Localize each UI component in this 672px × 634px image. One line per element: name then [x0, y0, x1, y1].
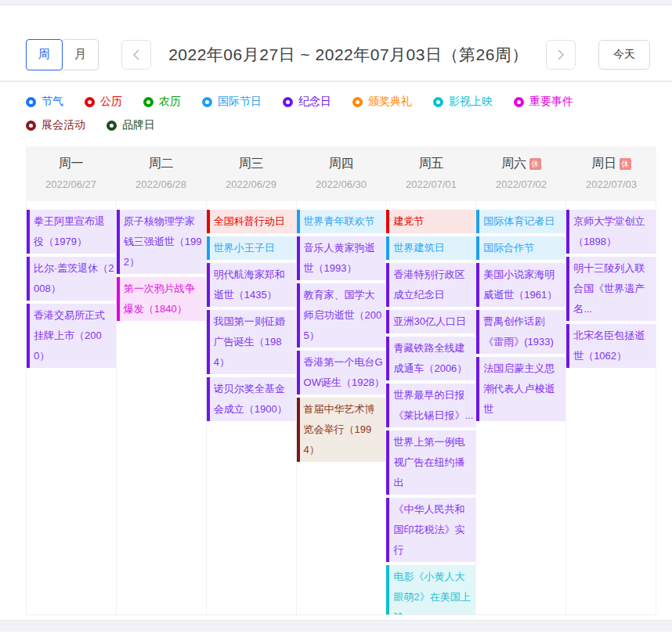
category-ring-icon — [107, 121, 117, 131]
calendar-event: 世界小王子日 — [207, 236, 296, 260]
page-bottom-strip — [0, 620, 672, 632]
calendar-event: 首届中华艺术博览会举行（1994） — [297, 398, 386, 462]
month-view-button[interactable]: 月 — [62, 39, 99, 70]
day-column: 世界青年联欢节 音乐人黄家驹逝世（1993） 教育家、国学大师启功逝世（2005… — [297, 201, 387, 614]
day-date-label: 2022/06/28 — [116, 178, 206, 190]
weekday-header-row: 周一 休 2022/06/27 周二 休 2022/06/28 周三 休 202… — [26, 146, 656, 201]
calendar-event: 比尔·盖茨退休（2008） — [27, 257, 116, 301]
calendar-event: 世界上第一例电视广告在纽约播出 — [386, 430, 475, 495]
day-column: 建党节 世界建筑日 香港特别行政区成立纪念日 亚洲30亿人口日 青藏铁路全线建成… — [386, 201, 476, 614]
day-name-label: 周四 — [329, 156, 354, 172]
legend-item-label: 展会活动 — [42, 118, 85, 132]
prev-week-button[interactable] — [121, 40, 151, 70]
legend-item-label: 品牌日 — [122, 118, 155, 132]
calendar-event: 京师大学堂创立（1898） — [566, 210, 656, 254]
calendar-event: 我国第一则征婚广告诞生（1984） — [207, 310, 296, 374]
day-date-label: 2022/07/02 — [476, 178, 566, 190]
calendar-toolbar: 周 月 2022年06月27日 ~ 2022年07月03日（第26周） 今天 — [0, 5, 672, 81]
page-top-strip — [0, 0, 672, 5]
day-header: 周六 休 2022/07/02 — [476, 146, 566, 201]
category-legend: 节气 公历 农历 国际节日 纪念日 颁奖典礼 影视上映 重要事件 展会活动 品牌… — [0, 82, 672, 132]
calendar-event: 明代航海家郑和逝世（1435） — [207, 263, 296, 307]
today-button[interactable]: 今天 — [598, 40, 650, 70]
calendar-event: 国际合作节 — [476, 236, 565, 260]
calendar-event: 世界青年联欢节 — [297, 210, 386, 233]
week-calendar-grid: 周一 休 2022/06/27 周二 休 2022/06/28 周三 休 202… — [26, 146, 656, 615]
day-date-label: 2022/07/03 — [566, 178, 656, 190]
legend-item-label: 农历 — [159, 95, 181, 109]
legend-item[interactable]: 颁奖典礼 — [352, 95, 412, 109]
calendar-event: 明十三陵列入联合国《世界遗产名... — [566, 257, 656, 321]
calendar-event: 香港交易所正式挂牌上市（2000） — [27, 304, 116, 368]
day-header: 周日 休 2022/07/03 — [566, 146, 656, 201]
chevron-right-icon — [556, 49, 565, 61]
category-ring-icon — [26, 97, 36, 107]
calendar-event: 世界建筑日 — [386, 236, 475, 260]
date-range-title: 2022年06月27日 ~ 2022年07月03日（第26周） — [168, 44, 529, 66]
week-view-button[interactable]: 周 — [26, 39, 63, 70]
category-ring-icon — [143, 97, 154, 107]
legend-item-label: 公历 — [100, 95, 122, 109]
legend-item-label: 国际节日 — [218, 95, 262, 109]
day-date-label: 2022/06/27 — [26, 178, 116, 190]
day-header: 周四 休 2022/06/30 — [296, 146, 386, 201]
day-header: 周五 休 2022/07/01 — [386, 146, 476, 201]
legend-item[interactable]: 展会活动 — [26, 118, 85, 132]
day-header: 周二 休 2022/06/28 — [116, 146, 206, 201]
rest-day-badge: 休 — [529, 158, 541, 170]
day-name-label: 周日 — [591, 156, 616, 172]
chevron-left-icon — [132, 49, 141, 61]
calendar-event: 美国小说家海明威逝世（1961） — [476, 263, 565, 307]
calendar-event: 亚洲30亿人口日 — [386, 310, 475, 333]
legend-item[interactable]: 品牌日 — [107, 118, 155, 132]
legend-item[interactable]: 重要事件 — [514, 95, 573, 109]
legend-item[interactable]: 节气 — [26, 95, 63, 109]
calendar-event: 国际体育记者日 — [476, 210, 565, 233]
calendar-event: 世界最早的日报《莱比锡日报》... — [386, 384, 475, 427]
category-ring-icon — [283, 97, 293, 107]
legend-item-label: 纪念日 — [298, 95, 331, 109]
rest-day-badge: 休 — [620, 158, 631, 170]
legend-item-label: 影视上映 — [449, 95, 493, 109]
day-date-label: 2022/06/30 — [296, 178, 386, 190]
category-ring-icon — [514, 97, 524, 107]
category-ring-icon — [85, 97, 95, 107]
calendar-event: 曹禺创作话剧《雷雨》(1933) — [476, 310, 565, 354]
week-events-area: 拳王阿里宣布退役（1979） 比尔·盖茨退休（2008） 香港交易所正式挂牌上市… — [26, 201, 656, 614]
calendar-event: 第一次鸦片战争爆发（1840） — [117, 277, 206, 321]
legend-item[interactable]: 公历 — [85, 95, 122, 109]
day-name-label: 周六 — [501, 156, 526, 172]
calendar-event: 青藏铁路全线建成通车（2006） — [386, 337, 475, 380]
next-week-button[interactable] — [546, 40, 576, 70]
category-ring-icon — [202, 97, 212, 107]
calendar-event: 教育家、国学大师启功逝世（2005） — [297, 283, 386, 348]
day-date-label: 2022/07/01 — [386, 178, 476, 190]
legend-item[interactable]: 纪念日 — [283, 95, 331, 109]
legend-item[interactable]: 影视上映 — [433, 95, 493, 109]
calendar-event: 香港特别行政区成立纪念日 — [386, 263, 475, 307]
date-navigation: 2022年06月27日 ~ 2022年07月03日（第26周） — [121, 40, 576, 70]
legend-item-label: 重要事件 — [529, 95, 573, 109]
calendar-event: 音乐人黄家驹逝世（1993） — [297, 236, 386, 280]
calendar-event: 电影《小黄人大眼萌2》在美国上映 — [386, 565, 475, 614]
category-ring-icon — [352, 97, 363, 107]
calendar-event: 《中华人民共和国印花税法》实行 — [386, 498, 475, 562]
calendar-event: 北宋名臣包拯逝世（1062） — [566, 324, 656, 368]
category-ring-icon — [433, 97, 443, 107]
day-name-label: 周二 — [149, 156, 174, 172]
day-header: 周三 休 2022/06/29 — [206, 146, 296, 201]
day-name-label: 周一 — [59, 156, 84, 172]
day-column: 国际体育记者日 国际合作节 美国小说家海明威逝世（1961） 曹禺创作话剧《雷雨… — [476, 201, 566, 614]
day-column: 拳王阿里宣布退役（1979） 比尔·盖茨退休（2008） 香港交易所正式挂牌上市… — [27, 201, 117, 614]
legend-item[interactable]: 农历 — [143, 95, 181, 109]
calendar-event: 建党节 — [386, 210, 475, 233]
day-date-label: 2022/06/29 — [206, 178, 296, 190]
legend-item-label: 节气 — [42, 95, 63, 109]
day-header: 周一 休 2022/06/27 — [26, 146, 116, 201]
day-name-label: 周三 — [239, 156, 264, 172]
legend-item[interactable]: 国际节日 — [202, 95, 262, 109]
calendar-event: 拳王阿里宣布退役（1979） — [27, 210, 116, 254]
calendar-event: 法国启蒙主义思潮代表人卢梭逝世 — [476, 357, 565, 421]
category-ring-icon — [26, 121, 36, 131]
day-column: 原子核物理学家钱三强逝世（1992） 第一次鸦片战争爆发（1840） — [117, 201, 207, 614]
